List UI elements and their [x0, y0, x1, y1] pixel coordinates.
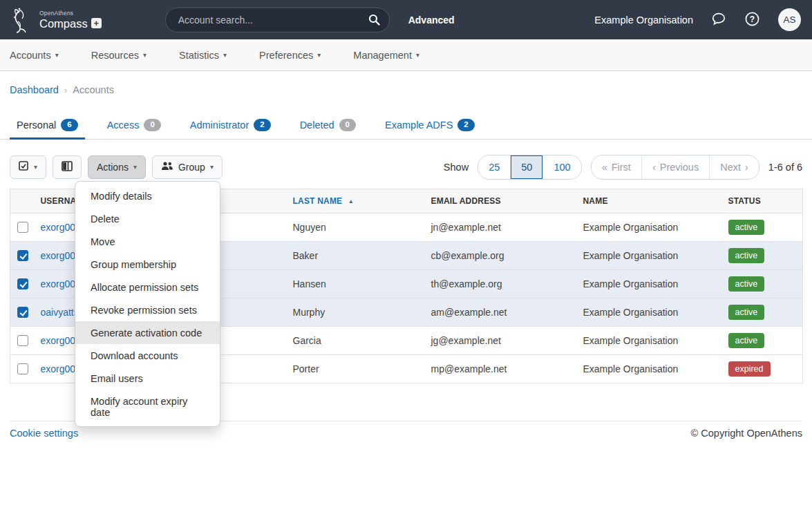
tab-deleted[interactable]: Deleted 0: [293, 115, 363, 140]
nav-accounts[interactable]: Accounts ▾: [10, 50, 59, 61]
email-cell: cb@example.org: [424, 241, 576, 269]
nav-statistics[interactable]: Statistics ▾: [179, 50, 227, 61]
menu-item-generate-activation-code[interactable]: Generate activation code: [75, 321, 220, 344]
email-cell: jg@example.net: [424, 326, 576, 354]
previous-page-button[interactable]: ‹ Previous: [642, 155, 710, 179]
main-navigation: Accounts ▾ Resources ▾ Statistics ▾ Pref…: [0, 39, 812, 71]
chevron-down-icon: ▾: [55, 52, 59, 59]
last-name-cell: Baker: [286, 241, 424, 269]
plus-icon: +: [91, 18, 102, 28]
row-checkbox[interactable]: [17, 335, 28, 346]
group-button[interactable]: Group ▾: [152, 155, 223, 179]
account-search-input[interactable]: [165, 8, 390, 32]
row-checkbox[interactable]: [17, 278, 28, 289]
menu-item-revoke-permission-sets[interactable]: Revoke permission sets: [75, 298, 220, 321]
email-cell: jn@example.net: [424, 213, 576, 241]
row-checkbox[interactable]: [17, 363, 28, 374]
first-page-button[interactable]: « First: [592, 155, 642, 179]
top-header-bar: OpenAthens Compass + Advanced Example Or…: [0, 0, 812, 39]
row-checkbox[interactable]: [17, 307, 28, 318]
tab-count-badge: 0: [339, 119, 356, 131]
chevron-down-icon: ▾: [317, 52, 321, 59]
breadcrumb-dashboard-link[interactable]: Dashboard: [10, 84, 59, 95]
show-label: Show: [444, 162, 469, 173]
help-circle-icon: ?: [744, 11, 760, 29]
menu-item-move[interactable]: Move: [75, 230, 220, 253]
nav-resources[interactable]: Resources ▾: [91, 50, 147, 61]
name-cell: Example Organisation: [576, 326, 721, 354]
column-name[interactable]: NAME: [576, 189, 721, 213]
name-cell: Example Organisation: [576, 269, 721, 298]
page-size-group: 25 50 100: [478, 155, 581, 180]
actions-button[interactable]: Actions ▾: [88, 155, 146, 179]
row-checkbox[interactable]: [17, 250, 28, 261]
page-size-50-button[interactable]: 50: [511, 155, 543, 179]
chevron-down-icon: ▾: [210, 164, 214, 171]
user-avatar[interactable]: AS: [778, 8, 801, 31]
openathens-logo-icon: [11, 6, 35, 34]
search-icon: [368, 17, 380, 28]
columns-button[interactable]: [53, 155, 82, 179]
account-search: [165, 8, 390, 32]
chevron-down-icon: ▾: [143, 52, 147, 59]
brand-compass-label: Compass: [39, 18, 88, 30]
menu-item-download-accounts[interactable]: Download accounts: [75, 344, 220, 367]
menu-item-modify-account-expiry-date[interactable]: Modify account expiry date: [75, 390, 220, 423]
name-cell: Example Organisation: [576, 213, 721, 241]
page-size-100-button[interactable]: 100: [543, 155, 580, 179]
last-name-cell: Garcia: [286, 326, 424, 354]
advanced-search-link[interactable]: Advanced: [408, 15, 455, 26]
username-link[interactable]: oaivyatts: [41, 307, 79, 318]
chat-bubble-icon: [711, 11, 726, 28]
sort-ascending-icon: ▲: [348, 198, 354, 204]
tab-count-badge: 2: [254, 119, 270, 131]
help-button[interactable]: ?: [744, 11, 760, 29]
nav-preferences[interactable]: Preferences ▾: [259, 50, 321, 61]
select-rows-button[interactable]: ▾: [10, 155, 46, 179]
tab-access[interactable]: Access 0: [100, 115, 168, 140]
status-badge: active: [728, 220, 765, 235]
last-name-cell: Murphy: [286, 298, 424, 326]
chevron-down-icon: ▾: [416, 52, 419, 59]
column-status[interactable]: STATUS: [721, 189, 803, 213]
search-button[interactable]: [368, 14, 380, 28]
last-name-cell: Hansen: [286, 269, 424, 298]
account-type-tabs: Personal 6 Access 0 Administrator 2 Dele…: [0, 115, 812, 140]
column-email-address[interactable]: EMAIL ADDRESS: [424, 189, 576, 213]
table-toolbar: ▾ Actions ▾ Group ▾ Show 25: [10, 155, 802, 180]
group-people-icon: [161, 161, 173, 173]
nav-management[interactable]: Management ▾: [353, 50, 419, 61]
row-checkbox[interactable]: [17, 222, 28, 233]
menu-item-delete[interactable]: Delete: [75, 207, 220, 230]
page-size-25-button[interactable]: 25: [478, 155, 511, 179]
email-cell: th@example.org: [424, 269, 576, 298]
tab-personal[interactable]: Personal 6: [10, 115, 85, 140]
breadcrumb-separator-icon: ›: [64, 85, 67, 95]
cookie-settings-link[interactable]: Cookie settings: [10, 428, 78, 439]
header-checkbox-cell: [10, 189, 34, 213]
menu-item-email-users[interactable]: Email users: [75, 367, 220, 390]
chevrons-left-icon: «: [602, 162, 607, 173]
breadcrumb: Dashboard › Accounts: [10, 84, 802, 95]
column-last-name[interactable]: LAST NAME ▲: [286, 189, 424, 213]
email-cell: am@example.net: [424, 298, 576, 326]
chevron-right-icon: ›: [745, 162, 748, 173]
status-badge: active: [728, 333, 765, 348]
actions-dropdown-menu: Modify details Delete Move Group members…: [75, 181, 220, 427]
result-range-text: 1-6 of 6: [768, 162, 802, 173]
checkbox-select-icon: [19, 161, 29, 173]
last-name-cell: Porter: [286, 354, 424, 383]
svg-text:?: ?: [750, 14, 755, 23]
status-badge: active: [728, 276, 765, 292]
menu-item-allocate-permission-sets[interactable]: Allocate permission sets: [75, 276, 220, 298]
menu-item-group-membership[interactable]: Group membership: [75, 253, 220, 276]
next-page-button[interactable]: Next ›: [710, 155, 759, 179]
name-cell: Example Organisation: [576, 354, 721, 383]
tab-administrator[interactable]: Administrator 2: [183, 115, 278, 140]
chevron-left-icon: ‹: [652, 162, 656, 173]
feedback-button[interactable]: [711, 11, 726, 28]
status-badge: active: [728, 305, 765, 320]
menu-item-modify-details[interactable]: Modify details: [75, 184, 220, 207]
openathens-compass-logo[interactable]: OpenAthens Compass +: [11, 6, 102, 34]
tab-example-adfs[interactable]: Example ADFS 2: [378, 115, 482, 140]
